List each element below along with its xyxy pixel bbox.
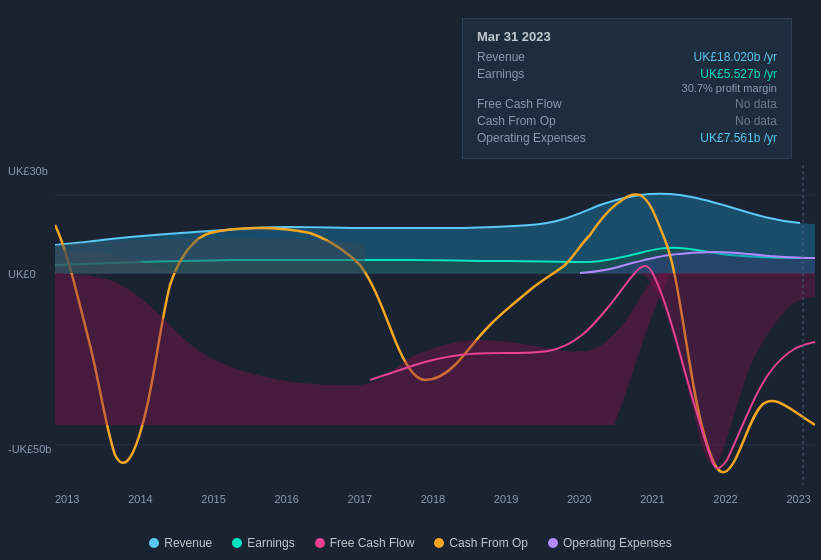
legend-item-earnings[interactable]: Earnings xyxy=(232,536,294,550)
x-label-2015: 2015 xyxy=(201,493,225,505)
tooltip-row-earnings: Earnings UK£5.527b /yr xyxy=(477,67,777,81)
tooltip-label-earnings: Earnings xyxy=(477,67,587,81)
legend-dot-fcf xyxy=(315,538,325,548)
tooltip-row-revenue: Revenue UK£18.020b /yr xyxy=(477,50,777,64)
tooltip-row-opex: Operating Expenses UK£7.561b /yr xyxy=(477,131,777,145)
x-label-2016: 2016 xyxy=(274,493,298,505)
legend-label-earnings: Earnings xyxy=(247,536,294,550)
x-label-2013: 2013 xyxy=(55,493,79,505)
data-tooltip: Mar 31 2023 Revenue UK£18.020b /yr Earni… xyxy=(462,18,792,159)
x-label-2014: 2014 xyxy=(128,493,152,505)
tooltip-profit-margin: 30.7% profit margin xyxy=(477,82,777,94)
legend-dot-earnings xyxy=(232,538,242,548)
legend-dot-cashfromop xyxy=(434,538,444,548)
x-label-2022: 2022 xyxy=(713,493,737,505)
x-label-2021: 2021 xyxy=(640,493,664,505)
tooltip-label-cashfromop: Cash From Op xyxy=(477,114,587,128)
legend-item-cashfromop[interactable]: Cash From Op xyxy=(434,536,528,550)
x-label-2020: 2020 xyxy=(567,493,591,505)
tooltip-value-earnings: UK£5.527b /yr xyxy=(700,67,777,81)
tooltip-row-cashfromop: Cash From Op No data xyxy=(477,114,777,128)
x-label-2018: 2018 xyxy=(421,493,445,505)
legend-item-revenue[interactable]: Revenue xyxy=(149,536,212,550)
tooltip-value-opex: UK£7.561b /yr xyxy=(700,131,777,145)
main-chart xyxy=(0,165,821,485)
tooltip-label-revenue: Revenue xyxy=(477,50,587,64)
tooltip-value-revenue: UK£18.020b /yr xyxy=(694,50,777,64)
legend-label-revenue: Revenue xyxy=(164,536,212,550)
tooltip-row-fcf: Free Cash Flow No data xyxy=(477,97,777,111)
tooltip-label-fcf: Free Cash Flow xyxy=(477,97,587,111)
tooltip-label-opex: Operating Expenses xyxy=(477,131,587,145)
legend-label-cashfromop: Cash From Op xyxy=(449,536,528,550)
x-label-2023: 2023 xyxy=(786,493,810,505)
legend-item-opex[interactable]: Operating Expenses xyxy=(548,536,672,550)
legend-label-fcf: Free Cash Flow xyxy=(330,536,415,550)
tooltip-value-cashfromop: No data xyxy=(735,114,777,128)
legend-item-fcf[interactable]: Free Cash Flow xyxy=(315,536,415,550)
chart-legend: Revenue Earnings Free Cash Flow Cash Fro… xyxy=(0,536,821,550)
x-label-2017: 2017 xyxy=(348,493,372,505)
x-axis-labels: 2013 2014 2015 2016 2017 2018 2019 2020 … xyxy=(55,493,811,505)
tooltip-value-fcf: No data xyxy=(735,97,777,111)
legend-label-opex: Operating Expenses xyxy=(563,536,672,550)
legend-dot-revenue xyxy=(149,538,159,548)
tooltip-date: Mar 31 2023 xyxy=(477,29,777,44)
legend-dot-opex xyxy=(548,538,558,548)
x-label-2019: 2019 xyxy=(494,493,518,505)
